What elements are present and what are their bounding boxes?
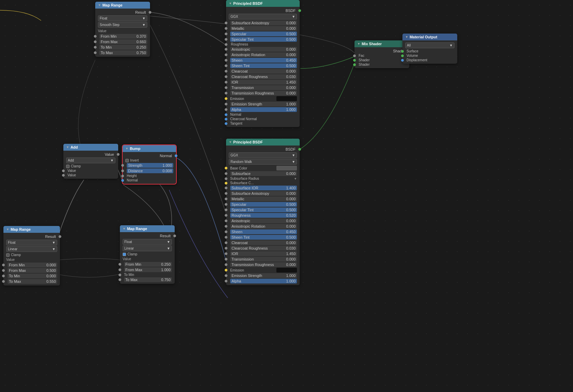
bsdf-2-header[interactable]: ▼ Principled BSDF bbox=[226, 139, 300, 146]
emission-color-1[interactable] bbox=[276, 96, 297, 101]
mr2-clamp-box[interactable] bbox=[6, 253, 10, 257]
mr3-float-dropdown[interactable]: Float ▼ bbox=[123, 239, 172, 245]
ior-field-1[interactable]: IOR 1.450 bbox=[230, 80, 297, 85]
clearcoat-rough-socket-2 bbox=[225, 247, 227, 250]
material-output-header[interactable]: ▼ Material Output bbox=[402, 34, 457, 40]
alpha-field-2[interactable]: Alpha 1.000 bbox=[230, 279, 297, 283]
clearcoat-field-2[interactable]: Clearcoat 0.000 bbox=[230, 240, 297, 245]
sheen-tint-field-2[interactable]: Sheen Tint 0.500 bbox=[230, 235, 297, 240]
transmission-field-2[interactable]: Transmission 0.000 bbox=[230, 257, 297, 262]
mr3-from-min-field[interactable]: From Min 0.250 bbox=[124, 262, 172, 267]
sheen-socket-2 bbox=[225, 230, 227, 233]
anisotropic-rot-field-2[interactable]: Anisotropic Rotation 0.000 bbox=[230, 224, 297, 229]
subsurface-aniso-field[interactable]: Subsurface Anisotropy 0.000 bbox=[230, 21, 297, 25]
map-range-1-header[interactable]: ▼ Map Range bbox=[95, 2, 150, 9]
random-walk-dropdown[interactable]: Random Walk ▼ bbox=[229, 159, 297, 165]
bsdf-2-collapse[interactable]: ▼ bbox=[229, 140, 232, 144]
mr3-from-max-field[interactable]: From Max 1.000 bbox=[124, 267, 172, 272]
ggx-dropdown[interactable]: GGX ▼ bbox=[229, 14, 297, 20]
add-collapse[interactable]: ▼ bbox=[66, 146, 69, 149]
mr2-from-max-field[interactable]: From Max 0.500 bbox=[8, 268, 57, 273]
bump-normal-row: Normal bbox=[123, 178, 176, 182]
mr2-clamp-checkbox[interactable]: Clamp bbox=[3, 253, 60, 257]
mat-out-collapse[interactable]: ▼ bbox=[405, 35, 408, 39]
to-min-field[interactable]: To Min 0.250 bbox=[99, 45, 147, 50]
emission-color-2[interactable] bbox=[276, 268, 297, 273]
collapse-arrow[interactable]: ▼ bbox=[98, 3, 101, 7]
map-range-2-header[interactable]: ▼ Map Range bbox=[3, 226, 60, 233]
add-operation-dropdown[interactable]: Add ▼ bbox=[66, 157, 115, 163]
roughness-field-2[interactable]: Roughness 0.520 bbox=[230, 213, 297, 218]
clearcoat-rough-socket-1 bbox=[225, 75, 227, 78]
bsdf-1-header[interactable]: ▼ Principled BSDF bbox=[226, 0, 300, 7]
smoothstep-dropdown[interactable]: Smooth Step ▼ bbox=[98, 22, 147, 28]
metallic-field-2[interactable]: Metallic 0.000 bbox=[230, 197, 297, 201]
base-color-swatch-2[interactable] bbox=[276, 166, 297, 170]
mr3-linear-dropdown[interactable]: Linear ▼ bbox=[123, 245, 172, 251]
trans-rough-field-2[interactable]: Transmission Roughness 0.000 bbox=[230, 262, 297, 267]
sheen-field-1[interactable]: Sheen 0.450 bbox=[230, 58, 297, 63]
specular-tint-field-1[interactable]: Specular Tint 0.500 bbox=[230, 37, 297, 42]
mr2-to-min-field[interactable]: To Min 0.000 bbox=[8, 274, 57, 278]
specular-field-2[interactable]: Specular 0.500 bbox=[230, 202, 297, 207]
invert-box[interactable] bbox=[125, 159, 129, 162]
clearcoat-value-1: 0.000 bbox=[286, 69, 296, 73]
clearcoat-rough-field-2[interactable]: Clearcoat Roughness 0.030 bbox=[230, 246, 297, 251]
mr3-clamp-box[interactable] bbox=[123, 253, 126, 256]
mr2-to-max-field[interactable]: To Max 0.550 bbox=[8, 279, 57, 284]
anisotropic-rot-socket-2 bbox=[225, 225, 227, 228]
emission-strength-field-1[interactable]: Emission Strength 1.000 bbox=[230, 102, 297, 106]
mr2-linear-dropdown[interactable]: Linear ▼ bbox=[6, 246, 57, 252]
trans-rough-field-1[interactable]: Transmission Roughness 0.000 bbox=[230, 91, 297, 96]
subsurface-ior-field-2[interactable]: Subsurface IOR 1.400 bbox=[230, 186, 297, 190]
add-header[interactable]: ▼ Add bbox=[63, 144, 118, 151]
mr3-collapse[interactable]: ▼ bbox=[123, 227, 126, 230]
anisotropic-field-1[interactable]: Anisotropic 0.000 bbox=[230, 47, 297, 52]
mr3-clamp-checkbox[interactable]: Clamp bbox=[120, 252, 175, 256]
metallic-field-1[interactable]: Metallic 0.000 bbox=[230, 26, 297, 31]
mr3-to-min-socket bbox=[119, 274, 121, 276]
to-max-field[interactable]: To Max 0.750 bbox=[99, 50, 147, 55]
float-dropdown[interactable]: Float ▼ bbox=[98, 15, 147, 21]
emission-strength-field-2[interactable]: Emission Strength 1.000 bbox=[230, 273, 297, 278]
mix-shader-header[interactable]: ▼ Mix Shader bbox=[354, 40, 409, 47]
anisotropic-rot-row-2: Anisotropic Rotation 0.000 bbox=[226, 224, 300, 229]
ior-row-1: IOR 1.450 bbox=[226, 79, 300, 85]
from-min-field[interactable]: From Min 0.370 bbox=[99, 34, 147, 39]
bump-header[interactable]: ▼ Bump bbox=[123, 145, 176, 152]
ggx-dropdown-2[interactable]: GGX ▼ bbox=[229, 152, 297, 158]
base-color-row-2: Base Color bbox=[226, 165, 300, 171]
clearcoat-rough-field-1[interactable]: Clearcoat Roughness 0.030 bbox=[230, 74, 297, 79]
subsurface-value-2: 0.000 bbox=[286, 172, 296, 176]
subsurface-field-2[interactable]: Subsurface 0.000 bbox=[230, 171, 297, 176]
sheen-field-2[interactable]: Sheen 0.450 bbox=[230, 229, 297, 234]
map-range-3-header[interactable]: ▼ Map Range bbox=[120, 225, 175, 232]
mr2-collapse[interactable]: ▼ bbox=[6, 228, 9, 231]
mr3-to-max-field[interactable]: To Max 0.750 bbox=[124, 277, 172, 282]
bsdf-1-collapse[interactable]: ▼ bbox=[229, 2, 232, 5]
distance-field[interactable]: Distance 0.008 bbox=[127, 168, 173, 173]
from-max-field[interactable]: From Max 0.660 bbox=[99, 39, 147, 44]
mix-collapse[interactable]: ▼ bbox=[357, 42, 360, 46]
clearcoat-field-1[interactable]: Clearcoat 0.000 bbox=[230, 69, 297, 74]
transmission-label-2: Transmission bbox=[232, 257, 254, 261]
mr2-float-dropdown[interactable]: Float ▼ bbox=[6, 240, 57, 245]
ior-field-2[interactable]: IOR 1.450 bbox=[230, 251, 297, 256]
clearcoat-rough-value-1: 0.030 bbox=[286, 75, 296, 79]
transmission-field-1[interactable]: Transmission 0.000 bbox=[230, 85, 297, 90]
clamp-checkbox-box[interactable] bbox=[66, 165, 70, 168]
subsurface-aniso-field-2[interactable]: Subsurface Anisotropy 0.000 bbox=[230, 191, 297, 196]
anisotropic-rot-field-1[interactable]: Anisotropic Rotation 0.000 bbox=[230, 52, 297, 57]
mr2-from-min-field[interactable]: From Min 0.000 bbox=[8, 263, 57, 267]
sheen-tint-field-1[interactable]: Sheen Tint 0.500 bbox=[230, 63, 297, 68]
all-dropdown[interactable]: All ▼ bbox=[405, 42, 454, 48]
anisotropic-field-2[interactable]: Anisotropic 0.000 bbox=[230, 218, 297, 223]
add-clamp-checkbox[interactable]: Clamp bbox=[63, 164, 118, 168]
specular-field-1[interactable]: Specular 0.500 bbox=[230, 31, 297, 36]
bump-collapse[interactable]: ▼ bbox=[125, 147, 128, 150]
strength-field[interactable]: Strength 1.000 bbox=[127, 163, 173, 168]
alpha-field-1[interactable]: Alpha 1.000 bbox=[230, 107, 297, 112]
specular-tint-field-2[interactable]: Specular Tint 0.500 bbox=[230, 207, 297, 212]
invert-checkbox[interactable]: Invert bbox=[123, 158, 176, 163]
ior-value-1: 1.450 bbox=[286, 80, 296, 84]
